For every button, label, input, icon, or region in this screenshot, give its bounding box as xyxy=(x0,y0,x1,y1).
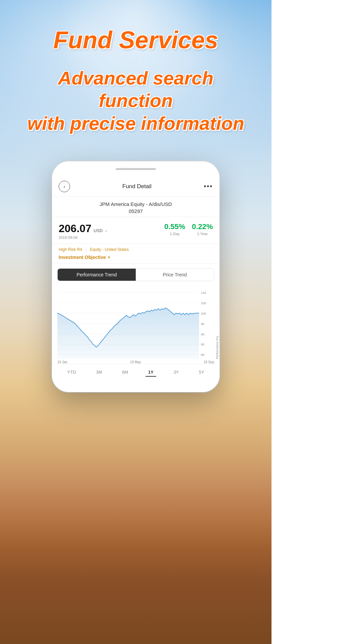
svg-text:110: 110 xyxy=(201,291,206,294)
chart-area: 110 105 100 95 90 85 80 xyxy=(52,285,220,359)
x-label-jan: 19 Jan xyxy=(57,360,67,364)
fund-name: JPM America Equity - A/dis/USD xyxy=(59,201,213,207)
svg-text:100: 100 xyxy=(201,312,206,315)
price-trend-tab[interactable]: Price Trend xyxy=(136,269,214,281)
performance-items: 0.55% 1-Day 0.22% 1-Year xyxy=(164,222,213,236)
svg-text:95: 95 xyxy=(201,322,204,325)
performance-trend-tab[interactable]: Performance Trend xyxy=(58,269,136,281)
page-subtitle: Advanced search function with precise in… xyxy=(27,67,244,135)
day-change-value: 0.55% xyxy=(164,222,185,231)
back-button[interactable]: ‹ xyxy=(59,181,70,192)
investment-objective-label: Investment Objective xyxy=(59,255,106,260)
chart-tab-bar: Performance Trend Price Trend xyxy=(57,268,214,281)
chart-x-labels: 19 Jan 19 May 19 Sep xyxy=(52,359,220,364)
time-btn-3y[interactable]: 3Y xyxy=(171,368,182,377)
time-btn-1y[interactable]: 1Y xyxy=(145,368,156,377)
time-btn-ytd[interactable]: YTD xyxy=(65,368,79,377)
nav-bar: ‹ Fund Detail ••• xyxy=(52,177,220,197)
tag-divider: | xyxy=(85,247,86,252)
x-label-sep: 19 Sep xyxy=(203,360,214,364)
year-change: 0.22% 1-Year xyxy=(192,222,213,236)
day-change: 0.55% 1-Day xyxy=(164,222,185,236)
fund-code: 05297 xyxy=(59,208,213,214)
time-btn-5y[interactable]: 5Y xyxy=(196,368,207,377)
fund-header: JPM America Equity - A/dis/USD 05297 xyxy=(52,197,220,217)
svg-text:80: 80 xyxy=(201,353,204,357)
phone-notch xyxy=(116,168,156,170)
time-selector: YTD 3M 6M 1Y 3Y 5Y xyxy=(52,364,220,382)
back-icon: ‹ xyxy=(64,184,65,189)
time-btn-6m[interactable]: 6M xyxy=(119,368,131,377)
svg-text:90: 90 xyxy=(201,332,204,336)
day-change-label: 1-Day xyxy=(164,232,185,236)
investment-objective-toggle[interactable]: Investment Objective ▾ xyxy=(59,255,213,260)
y-axis-label: Performance (%) xyxy=(216,285,219,359)
tags-section: High Risk R4 | Equity - United States In… xyxy=(52,244,220,264)
year-change-label: 1-Year xyxy=(192,232,213,236)
fund-type-tag: Equity - United States xyxy=(90,247,129,252)
chart-section: Performance Trend Price Trend xyxy=(52,264,220,382)
app-screen: ‹ Fund Detail ••• JPM America Equity - A… xyxy=(52,177,220,382)
price-value: 206.07 xyxy=(59,222,92,235)
svg-text:85: 85 xyxy=(201,342,204,346)
nav-title: Fund Detail xyxy=(122,183,152,190)
phone-mockup: ‹ Fund Detail ••• JPM America Equity - A… xyxy=(52,161,220,392)
x-label-may: 19 May xyxy=(130,360,141,364)
price-arrow-icon: › xyxy=(105,228,107,233)
chevron-down-icon: ▾ xyxy=(108,255,110,260)
price-section: 206.07 USD › 2019-09-04 0.55% 1-Day xyxy=(52,217,220,244)
price-main: 206.07 USD › 2019-09-04 xyxy=(59,222,107,239)
risk-tag: High Risk R4 xyxy=(59,247,82,252)
svg-text:105: 105 xyxy=(201,301,206,305)
time-btn-3m[interactable]: 3M xyxy=(94,368,105,377)
price-date: 2019-09-04 xyxy=(59,235,107,239)
year-change-value: 0.22% xyxy=(192,222,213,231)
page-title: Fund Services xyxy=(27,27,244,53)
performance-chart: 110 105 100 95 90 85 80 xyxy=(57,285,206,359)
price-currency: USD xyxy=(94,228,103,233)
more-button[interactable]: ••• xyxy=(204,182,213,190)
